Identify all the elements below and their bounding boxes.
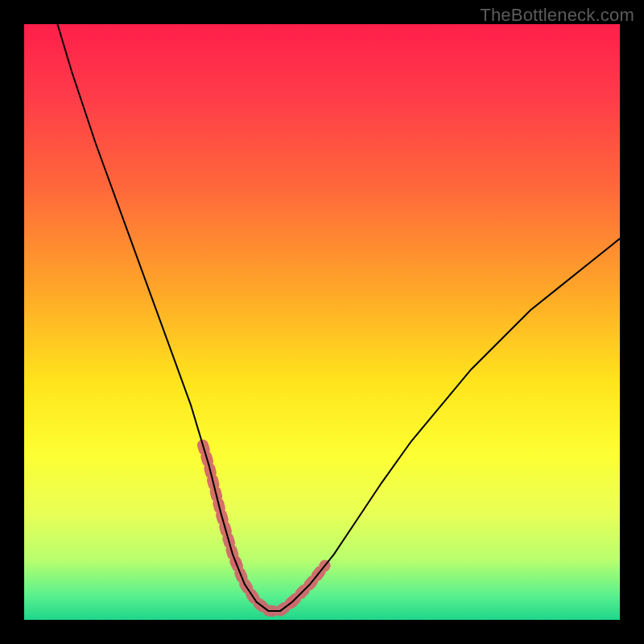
gradient-bg: [24, 24, 620, 620]
watermark-text: TheBottleneck.com: [480, 5, 634, 26]
chart-svg: [24, 24, 620, 620]
plot-area: [24, 24, 620, 620]
chart-frame: TheBottleneck.com: [0, 0, 644, 644]
